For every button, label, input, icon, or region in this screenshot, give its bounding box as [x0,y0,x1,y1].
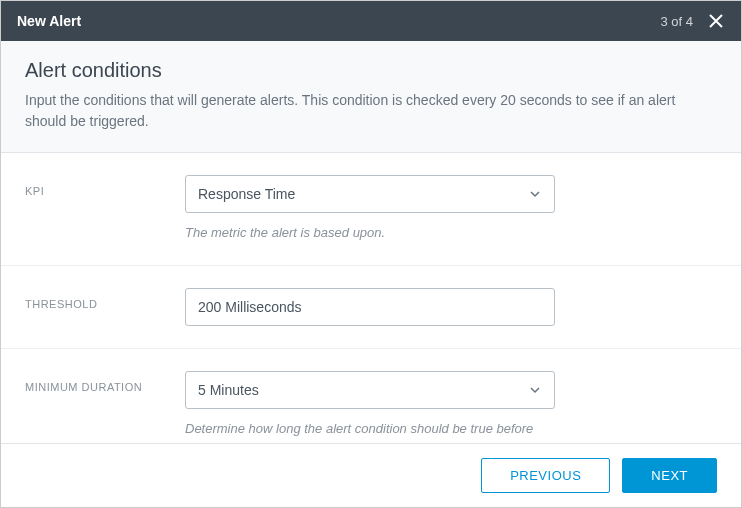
section-description: Input the conditions that will generate … [25,90,717,132]
kpi-control-wrap: Response Time The metric the alert is ba… [185,175,555,243]
kpi-help: The metric the alert is based upon. [185,223,555,243]
close-button[interactable] [707,12,725,30]
chevron-down-icon [528,187,542,201]
dialog-footer: PREVIOUS NEXT [1,443,741,507]
kpi-label: KPI [25,175,185,197]
dialog-header: New Alert 3 of 4 [1,1,741,41]
step-indicator: 3 of 4 [660,14,693,29]
form-body: KPI Response Time The metric the alert i… [1,153,741,480]
min-duration-value: 5 Minutes [198,382,259,398]
chevron-down-icon [528,383,542,397]
close-icon [708,13,724,29]
kpi-value: Response Time [198,186,295,202]
previous-button[interactable]: PREVIOUS [481,458,610,493]
min-duration-label: MINIMUM DURATION [25,371,185,393]
threshold-label: THRESHOLD [25,288,185,310]
header-right: 3 of 4 [660,12,725,30]
threshold-input[interactable] [185,288,555,326]
kpi-select[interactable]: Response Time [185,175,555,213]
min-duration-select[interactable]: 5 Minutes [185,371,555,409]
section-header: Alert conditions Input the conditions th… [1,41,741,153]
next-button[interactable]: NEXT [622,458,717,493]
section-title: Alert conditions [25,59,717,82]
kpi-row: KPI Response Time The metric the alert i… [1,153,741,266]
threshold-control-wrap [185,288,555,326]
threshold-row: THRESHOLD [1,266,741,349]
dialog-title: New Alert [17,13,81,29]
